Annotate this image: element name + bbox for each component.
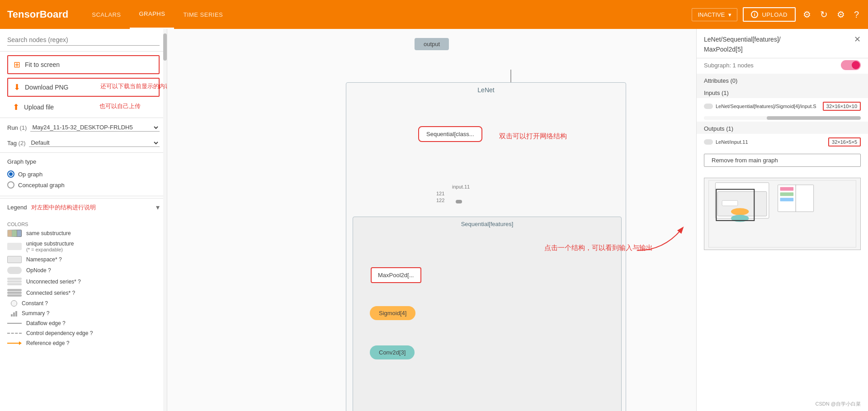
- control-label: Control dependency edge ?: [26, 330, 93, 336]
- close-panel-icon[interactable]: ✕: [854, 34, 861, 44]
- reference-label: Reference edge ?: [26, 340, 69, 346]
- header: TensorBoard SCALARS GRAPHS TIME SERIES I…: [0, 0, 868, 29]
- svg-rect-2: [15, 311, 17, 317]
- legend-control: Control dependency edge ?: [7, 328, 160, 338]
- conceptual-graph-radio[interactable]: [7, 181, 14, 189]
- summary-swatch: [11, 310, 17, 317]
- run-row: Run (1) May24_11-15-32_DESKTOP-FRLDH5: [0, 120, 167, 135]
- unique-substructure-swatch: [7, 243, 22, 250]
- download-png-button[interactable]: ⬇ Download PNG 还可以下载当前显示的内容: [7, 78, 160, 97]
- divider-1: [0, 118, 167, 118]
- panel-header: LeNet/Sequential[features]/MaxPool2d[5] …: [697, 29, 868, 58]
- unconnected-swatch: [7, 278, 22, 285]
- upload-file-button[interactable]: ⬆ Upload file 也可以自己上传: [7, 99, 160, 116]
- lenet-label: LeNet: [346, 83, 626, 94]
- legend-header[interactable]: Legend 对左图中的结构进行说明 ▾: [0, 198, 167, 216]
- seq-features-label: Sequential[features]: [353, 217, 621, 227]
- legend-dataflow: Dataflow edge ?: [7, 318, 160, 328]
- output-node[interactable]: output: [415, 38, 449, 50]
- fit-screen-icon: ⊞: [14, 60, 20, 70]
- svg-rect-1: [13, 312, 15, 317]
- legend-constant: Constant ?: [7, 298, 160, 308]
- inputs-section-label: Inputs (1): [697, 86, 868, 98]
- connected-label: Connected series* ?: [26, 290, 75, 296]
- opnode-label: OpNode ?: [26, 267, 51, 274]
- unique-substructure-label: unique substructure: [26, 241, 74, 247]
- legend-opnode: OpNode ?: [7, 265, 160, 276]
- legend-label: Legend: [7, 204, 27, 211]
- header-right: INACTIVE ▾ i UPLOAD ⚙ ↻ ⚙ ?: [692, 7, 861, 22]
- same-substructure-label: same substructure: [26, 230, 71, 236]
- help-icon[interactable]: ?: [852, 8, 861, 22]
- upload-label: Upload file: [24, 104, 54, 111]
- nav-scalars[interactable]: SCALARS: [83, 0, 130, 29]
- legend-unconnected: Unconnected series* ?: [7, 276, 160, 287]
- nav-graphs[interactable]: GRAPHS: [130, 0, 174, 29]
- svg-point-13: [731, 208, 749, 215]
- gear-icon[interactable]: ⚙: [835, 7, 847, 22]
- refresh-icon[interactable]: ↻: [818, 7, 830, 22]
- maxpool-node[interactable]: MaxPool2d[...: [371, 267, 421, 283]
- upload-button[interactable]: i UPLOAD: [743, 7, 795, 22]
- svg-rect-0: [11, 314, 13, 317]
- dataflow-label: Dataflow edge ?: [26, 320, 66, 326]
- edge-label-input11: input.11: [452, 184, 470, 189]
- dataflow-swatch: [7, 323, 22, 324]
- annotation-double-click: 双击可以打开网络结构: [497, 132, 567, 141]
- nav-time-series[interactable]: TIME SERIES: [174, 0, 232, 29]
- namespace-label: Namespace* ?: [26, 256, 62, 263]
- settings-wheel-icon[interactable]: ⚙: [801, 7, 813, 22]
- left-sidebar: ⊞ Fit to screen ⬇ Download PNG 还可以下载当前显示…: [0, 29, 167, 411]
- tag-select[interactable]: Default: [29, 139, 160, 147]
- op-graph-radio-row[interactable]: Op graph: [7, 169, 160, 180]
- svg-rect-17: [780, 187, 794, 191]
- subgraph-label: Subgraph: 1 nodes: [704, 62, 754, 69]
- remove-from-main-graph-button[interactable]: Remove from main graph: [704, 154, 861, 167]
- upload-icon: ⬆: [13, 102, 19, 112]
- input-value-badge: 32×16×10×10: [823, 102, 861, 111]
- op-graph-radio[interactable]: [7, 170, 14, 178]
- run-label: Run (1): [7, 124, 27, 131]
- divider-2: [0, 152, 167, 153]
- panel-title: LeNet/Sequential[features]/MaxPool2d[5]: [704, 34, 781, 54]
- legend-connected: Connected series* ?: [7, 287, 160, 298]
- svg-rect-19: [780, 198, 794, 201]
- connected-swatch: [7, 289, 22, 297]
- main-nav: SCALARS GRAPHS TIME SERIES: [83, 0, 232, 29]
- edge-label-122: 122: [436, 198, 444, 203]
- legend-unique-substructure: unique substructure (* = expandable): [7, 239, 160, 254]
- edge-label-121: 121: [436, 191, 444, 196]
- input-label: LeNet/Sequential[features]/Sigmoid[4]/in…: [704, 104, 819, 109]
- input-row: LeNet/Sequential[features]/Sigmoid[4]/in…: [704, 100, 861, 113]
- sequential-class-node[interactable]: Sequential[class...: [418, 126, 482, 142]
- output-value-badge: 32×16×5×5: [828, 137, 861, 146]
- sigmoid-node[interactable]: Sigmoid[4]: [370, 306, 415, 320]
- toggle-switch[interactable]: [841, 60, 861, 70]
- svg-rect-12: [722, 200, 738, 206]
- legend-chevron-icon: ▾: [156, 203, 160, 212]
- tag-row: Tag (2) Default: [0, 135, 167, 151]
- fit-to-screen-button[interactable]: ⊞ Fit to screen: [7, 55, 160, 74]
- legend-reference: Reference edge ?: [7, 338, 160, 348]
- minimap-svg: [704, 178, 860, 250]
- unconnected-label: Unconnected series* ?: [26, 279, 81, 285]
- conceptual-graph-radio-row[interactable]: Conceptual graph: [7, 180, 160, 190]
- annotation-click-text: 点击一个结构，可以看到输入与输出: [544, 244, 653, 251]
- output-oval: [704, 139, 713, 145]
- op-graph-label: Op graph: [18, 171, 42, 178]
- conv2d-node[interactable]: Conv2d[3]: [370, 345, 415, 359]
- annotation-click: 点击一个结构，可以看到输入与输出: [542, 244, 653, 252]
- input-path-text: LeNet/Sequential[features]/Sigmoid[4]/in…: [716, 104, 816, 109]
- status-dropdown[interactable]: INACTIVE ▾: [692, 8, 737, 21]
- inputs-scrollbar[interactable]: [704, 116, 861, 120]
- toggle-knob: [852, 61, 860, 69]
- colors-label: colors: [7, 220, 160, 228]
- search-input[interactable]: [7, 34, 160, 46]
- constant-label: Constant ?: [22, 300, 48, 307]
- legend-section: Legend 对左图中的结构进行说明 ▾ colors same substru…: [0, 198, 167, 352]
- app-logo: TensorBoard: [7, 9, 68, 20]
- summary-label: Summary ?: [22, 310, 49, 317]
- run-select[interactable]: May24_11-15-32_DESKTOP-FRLDH5: [30, 123, 160, 132]
- attributes-section-label: Attributes (0): [697, 74, 868, 86]
- panel-minimap: [704, 178, 861, 250]
